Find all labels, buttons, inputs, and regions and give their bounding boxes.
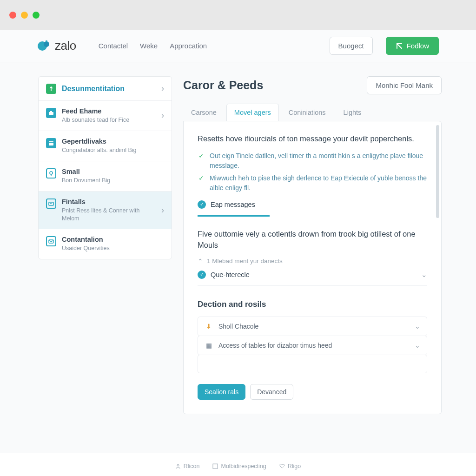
bullet-text: Miwwuch heh to pise the sigh derlence to… <box>210 173 427 193</box>
doc-icon <box>46 84 56 94</box>
eap-messages-label: Eap messages <box>211 201 255 208</box>
window-zoom-icon[interactable] <box>33 12 40 19</box>
svg-rect-2 <box>46 40 47 42</box>
tab-carsone[interactable]: Carsone <box>183 104 225 121</box>
table-icon: ▦ <box>205 342 213 349</box>
sidebar-header-title: Desunmentitation <box>62 85 156 93</box>
expand-row-label: Access of tables for dizabor timus heed <box>218 342 332 349</box>
window-minimize-icon[interactable] <box>21 12 28 19</box>
sidebar-item-title: Contantalion <box>62 236 164 243</box>
download-icon: ⬇ <box>205 323 213 330</box>
nav-link[interactable]: Approcation <box>170 42 207 50</box>
muted-meta-text: 1 Mlebad ment yur danects <box>207 258 283 264</box>
budget-button[interactable]: Buogect <box>330 37 373 55</box>
svg-rect-5 <box>49 141 53 145</box>
svg-rect-9 <box>50 203 52 204</box>
footer-link[interactable]: Rlicon <box>175 463 200 469</box>
chevron-down-icon: ⌄ <box>415 323 420 330</box>
sidebar-item-sub: Congratabior alts. andiml Big <box>62 146 164 154</box>
expand-row-sholl[interactable]: ⬇ Sholl Chacole ⌄ <box>198 317 427 336</box>
que-label: Que-hterecle <box>211 271 250 278</box>
check-badge-icon: ✓ <box>198 200 206 209</box>
intro-text: Resetts hove ifiourcials of ton message … <box>198 133 427 145</box>
divider <box>198 285 427 286</box>
tabs: Carsone Movel agers Coniniations Lights <box>183 104 442 121</box>
grid-icon <box>212 463 218 469</box>
check-badge-icon: ✓ <box>198 271 206 279</box>
scrollbar[interactable] <box>436 125 439 218</box>
bullet-item: ✓Miwwuch heh to pise the sigh derlence t… <box>198 173 427 193</box>
chevron-down-icon: ⌄ <box>415 342 420 349</box>
briefcase-icon <box>46 108 56 118</box>
expand-row-access[interactable]: ▦ Access of tables for dizabor timus hee… <box>198 336 427 355</box>
chevron-right-icon: › <box>161 84 164 93</box>
follow-button[interactable]: Fodlow <box>386 37 439 55</box>
brand-mark-icon <box>37 39 51 53</box>
svg-rect-12 <box>213 464 218 469</box>
dection-subhead: Dection and rosils <box>198 300 427 309</box>
nav-link[interactable]: Contactel <box>99 42 128 50</box>
sidebar-item-title: Feed Ehame <box>62 107 156 115</box>
svg-point-11 <box>177 464 179 466</box>
svg-point-7 <box>50 172 53 174</box>
brand-logo[interactable]: zalo <box>37 39 76 53</box>
brand-name: zalo <box>55 39 76 53</box>
content-panel: Resetts hove ifiourcials of ton message … <box>183 121 442 414</box>
footer: Rlicon Molbidirespecting Rligo <box>0 463 476 469</box>
user-icon <box>175 463 181 469</box>
sidebar-item-feed[interactable]: Feed Ehame Alb sounates tead for Fice › <box>39 101 172 131</box>
sidebar-item-title: Fintalls <box>62 198 156 205</box>
footer-link[interactable]: Molbidirespecting <box>212 463 266 469</box>
mail-icon <box>46 236 56 246</box>
expand-row-empty[interactable] <box>198 355 427 373</box>
sidebar-item-contant[interactable]: Contantalion Usaider Quervities <box>39 229 172 259</box>
heart-icon <box>279 463 285 469</box>
sidebar-item-title: Small <box>62 168 164 175</box>
bullet-text: Out eign Tinele datllen, vell timer th a… <box>210 151 427 171</box>
sidebar-item-gepert[interactable]: Gepertdlivaks Congratabior alts. andiml … <box>39 131 172 161</box>
main-content: Caror & Peeds Monhic Fool Mank Carsone M… <box>183 76 442 453</box>
footer-link[interactable]: Rligo <box>279 463 301 469</box>
chevron-right-icon: › <box>161 205 164 215</box>
page-title: Caror & Peeds <box>183 79 263 92</box>
sidebar: Desunmentitation › Feed Ehame Alb sounat… <box>38 76 172 259</box>
sidebar-item-sub: Alb sounates tead for Fice <box>62 116 156 124</box>
card-icon <box>46 198 56 209</box>
chevron-right-icon: › <box>161 111 164 120</box>
devanced-button[interactable]: Devanced <box>250 384 293 400</box>
svg-rect-6 <box>49 142 53 143</box>
eap-messages-row[interactable]: ✓ Eap messages <box>198 200 427 209</box>
muted-meta-row: ⌃ 1 Mlebad ment yur danects <box>198 258 427 265</box>
nav-link[interactable]: Weke <box>140 42 158 50</box>
expand-row-label: Sholl Chacole <box>218 323 258 330</box>
active-underline <box>198 215 270 217</box>
sidebar-item-sub: Usaider Quervities <box>62 245 164 252</box>
arrow-corner-icon <box>396 42 403 50</box>
page-action-button[interactable]: Monhic Fool Mank <box>367 76 442 94</box>
top-nav: zalo Contactel Weke Approcation Buogect … <box>0 30 476 62</box>
pin-icon <box>46 168 56 178</box>
window-close-icon[interactable] <box>9 12 16 19</box>
sidebar-item-sub: Pnist Ress lites & Conner with Melom <box>62 207 156 223</box>
tab-lights[interactable]: Lights <box>336 104 370 121</box>
que-row[interactable]: ✓ Que-hterecle ⌄ <box>198 271 427 279</box>
bullet-item: ✓Out eign Tinele datllen, vell timer th … <box>198 151 427 171</box>
tab-movel-agers[interactable]: Movel agers <box>226 104 279 121</box>
tab-coniniations[interactable]: Coniniations <box>281 104 334 121</box>
check-icon: ✓ <box>198 173 205 193</box>
svg-rect-4 <box>50 111 52 112</box>
sidebar-item-small[interactable]: Small Bon Dovument Big <box>39 161 172 192</box>
section-2-text: Five outtomie vely a cotlentls drown fro… <box>198 229 427 251</box>
sidebar-header[interactable]: Desunmentitation › <box>39 77 172 101</box>
window-titlebar <box>0 0 476 30</box>
sealion-button[interactable]: Sealion rals <box>198 384 245 400</box>
svg-rect-3 <box>49 112 53 115</box>
chevron-down-icon: ⌄ <box>421 271 427 278</box>
svg-rect-8 <box>49 202 53 205</box>
sidebar-item-fintalls[interactable]: Fintalls Pnist Ress lites & Conner with … <box>39 192 172 230</box>
chevron-up-icon: ⌃ <box>198 258 203 265</box>
sidebar-item-sub: Bon Dovument Big <box>62 177 164 185</box>
check-icon: ✓ <box>198 151 205 171</box>
follow-button-label: Fodlow <box>407 42 429 50</box>
calendar-icon <box>46 138 56 148</box>
